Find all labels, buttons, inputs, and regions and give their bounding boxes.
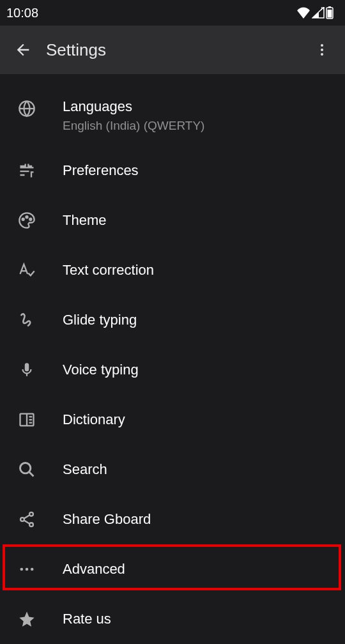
- star-icon: [17, 609, 37, 629]
- svg-point-8: [22, 218, 24, 220]
- item-text: Languages English (India) (QWERTY): [63, 98, 204, 133]
- svg-rect-1: [328, 6, 331, 8]
- item-title: Share Gboard: [63, 511, 151, 528]
- signal-icon: R: [312, 7, 325, 19]
- svg-point-25: [31, 568, 34, 571]
- svg-point-9: [26, 216, 27, 218]
- status-bar: 10:08 R: [0, 0, 345, 26]
- back-button[interactable]: [10, 37, 36, 63]
- item-title: Glide typing: [63, 312, 137, 328]
- settings-list: Languages English (India) (QWERTY) Prefe…: [0, 74, 345, 644]
- globe-icon: [17, 98, 37, 119]
- item-title: Languages: [63, 98, 204, 115]
- tune-icon: [17, 160, 37, 181]
- settings-item-advanced[interactable]: Advanced: [0, 544, 345, 594]
- item-title: Advanced: [63, 561, 125, 578]
- svg-point-10: [29, 218, 31, 220]
- svg-point-5: [321, 53, 323, 56]
- item-subtitle: English (India) (QWERTY): [63, 119, 204, 133]
- svg-rect-2: [328, 10, 332, 18]
- item-title: Search: [63, 461, 107, 478]
- svg-point-3: [321, 44, 323, 47]
- wifi-icon: [296, 7, 310, 19]
- item-title: Preferences: [63, 162, 139, 179]
- settings-item-text-correction[interactable]: Text correction: [0, 245, 345, 295]
- settings-item-voice-typing[interactable]: Voice typing: [0, 345, 345, 395]
- settings-item-preferences[interactable]: Preferences: [0, 146, 345, 195]
- item-title: Theme: [63, 212, 106, 229]
- svg-point-16: [20, 463, 31, 473]
- settings-item-languages[interactable]: Languages English (India) (QWERTY): [0, 86, 345, 146]
- item-title: Voice typing: [63, 362, 139, 378]
- svg-line-17: [29, 472, 34, 477]
- settings-item-share-gboard[interactable]: Share Gboard: [0, 494, 345, 544]
- item-title: Text correction: [63, 262, 154, 279]
- status-icons: R: [296, 6, 334, 19]
- svg-line-21: [24, 515, 29, 519]
- share-icon: [17, 509, 37, 530]
- svg-point-23: [20, 568, 24, 571]
- search-icon: [17, 459, 37, 480]
- svg-line-22: [24, 520, 29, 524]
- item-title: Rate us: [63, 611, 111, 627]
- app-title: Settings: [46, 40, 309, 60]
- settings-item-theme[interactable]: Theme: [0, 195, 345, 245]
- mic-icon: [17, 360, 37, 380]
- settings-item-dictionary[interactable]: Dictionary: [0, 395, 345, 445]
- book-icon: [17, 410, 37, 430]
- palette-icon: [17, 210, 37, 231]
- overflow-menu-button[interactable]: [309, 37, 335, 63]
- more-icon: [17, 559, 37, 579]
- svg-point-24: [26, 568, 29, 571]
- settings-item-rate-us[interactable]: Rate us: [0, 594, 345, 644]
- settings-item-search[interactable]: Search: [0, 445, 345, 494]
- gesture-icon: [17, 310, 37, 330]
- battery-icon: [326, 6, 334, 19]
- status-time: 10:08: [6, 6, 38, 20]
- item-title: Dictionary: [63, 411, 125, 428]
- settings-item-glide-typing[interactable]: Glide typing: [0, 295, 345, 345]
- svg-point-4: [321, 49, 323, 51]
- text-correction-icon: [17, 260, 37, 280]
- app-bar: Settings: [0, 26, 345, 74]
